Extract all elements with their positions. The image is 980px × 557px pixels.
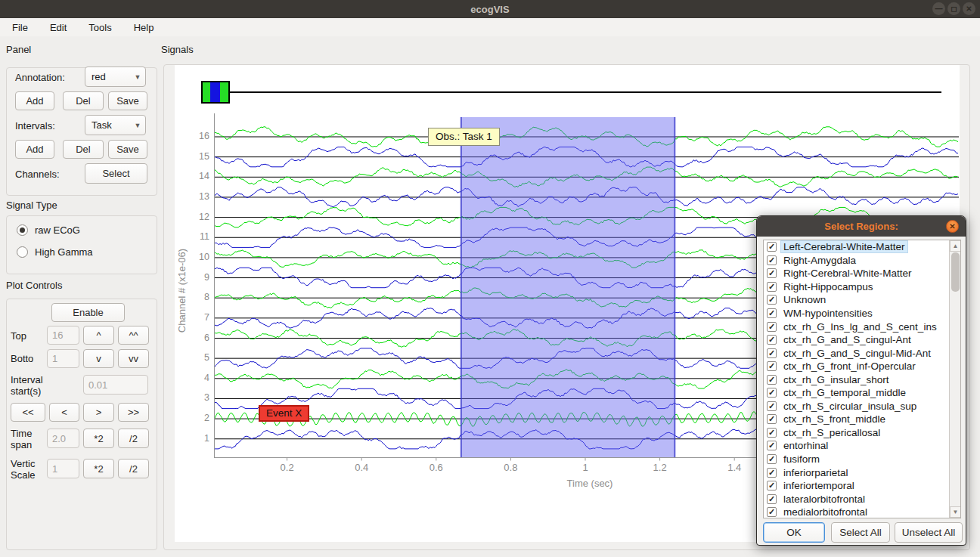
region-list-item[interactable]: ✓ctx_rh_G_temporal_middle xyxy=(764,386,960,400)
region-list-item[interactable]: ✓fusiform xyxy=(764,453,960,466)
channels-select-button[interactable]: Select xyxy=(85,163,147,184)
intervals-save-button[interactable]: Save xyxy=(108,140,147,159)
time-overview-window-handle[interactable] xyxy=(210,82,220,102)
minimize-button[interactable]: — xyxy=(932,2,945,15)
checkbox-checked-icon[interactable]: ✓ xyxy=(767,481,777,490)
vertical-scale-half-button[interactable]: /2 xyxy=(118,459,149,478)
region-list-item[interactable]: ✓ctx_rh_G_insular_short xyxy=(764,373,960,386)
intervals-combo[interactable]: Task ▼ xyxy=(85,115,146,135)
region-list-item[interactable]: ✓ctx_rh_G_Ins_lg_and_S_cent_ins xyxy=(764,320,960,333)
region-list-item[interactable]: ✓Right-Amygdala xyxy=(764,254,960,268)
channel-down-page-button[interactable]: vv xyxy=(118,349,149,368)
event-marker-label[interactable]: Event X xyxy=(259,405,309,422)
x-tick-label: 0.2 xyxy=(281,462,294,473)
region-list-item[interactable]: ✓WM-hypointensities xyxy=(764,307,960,320)
scroll-up-icon[interactable]: ▲ xyxy=(950,240,961,252)
intervals-label: Intervals: xyxy=(15,120,55,132)
annotation-add-button[interactable]: Add xyxy=(15,91,54,110)
checkbox-checked-icon[interactable]: ✓ xyxy=(767,494,777,504)
channel-tick-label: 1 xyxy=(191,433,209,444)
region-list-item[interactable]: ✓ctx_rh_S_pericallosal xyxy=(764,426,960,440)
channel-down-button[interactable]: v xyxy=(83,349,114,368)
vertical-scale-double-button[interactable]: *2 xyxy=(83,459,114,478)
dialog-close-icon[interactable]: ✕ xyxy=(946,220,959,233)
channel-tick-label: 12 xyxy=(191,212,209,222)
checkbox-checked-icon[interactable]: ✓ xyxy=(767,335,777,345)
checkbox-checked-icon[interactable]: ✓ xyxy=(767,414,777,424)
region-list-item[interactable]: ✓ctx_rh_S_circular_insula_sup xyxy=(764,400,960,413)
annotation-combo[interactable]: red ▼ xyxy=(85,67,146,87)
time-span-half-button[interactable]: /2 xyxy=(118,429,149,448)
region-list-item[interactable]: ✓Right-Hippocampus xyxy=(764,280,960,294)
checkbox-checked-icon[interactable]: ✓ xyxy=(767,322,777,332)
vertical-scale-input[interactable]: 1 xyxy=(47,459,79,478)
select-all-button[interactable]: Select All xyxy=(831,522,890,543)
region-list-item[interactable]: ✓Right-Cerebral-White-Matter xyxy=(764,267,960,280)
intervals-del-button[interactable]: Del xyxy=(63,140,104,159)
channel-up-button[interactable]: ^ xyxy=(83,326,114,345)
annotation-del-button[interactable]: Del xyxy=(63,91,104,110)
checkbox-checked-icon[interactable]: ✓ xyxy=(767,242,777,252)
region-list-item[interactable]: ✓lateralorbitofrontal xyxy=(764,492,960,506)
page-back-button[interactable]: << xyxy=(11,403,45,422)
checkbox-checked-icon[interactable]: ✓ xyxy=(767,507,777,517)
checkbox-checked-icon[interactable]: ✓ xyxy=(767,441,777,450)
region-item-label: ctx_rh_S_pericallosal xyxy=(781,427,882,438)
region-list-item[interactable]: ✓ctx_rh_S_front_middle xyxy=(764,413,960,426)
region-list-item[interactable]: ✓entorhinal xyxy=(764,439,960,453)
checkbox-checked-icon[interactable]: ✓ xyxy=(767,348,777,358)
region-item-label: Unknown xyxy=(781,294,828,305)
regions-scrollbar[interactable]: ▲ ▼ xyxy=(949,240,960,518)
annotation-save-button[interactable]: Save xyxy=(108,91,147,110)
checkbox-checked-icon[interactable]: ✓ xyxy=(767,428,777,438)
checkbox-checked-icon[interactable]: ✓ xyxy=(767,454,777,464)
window-controls: —◻✕ xyxy=(932,2,975,15)
checkbox-checked-icon[interactable]: ✓ xyxy=(767,255,777,265)
top-input[interactable]: 16 xyxy=(47,326,79,345)
region-list-item[interactable]: ✓Unknown xyxy=(764,293,960,307)
region-list-item[interactable]: ✓inferiorparietal xyxy=(764,466,960,479)
checkbox-checked-icon[interactable]: ✓ xyxy=(767,361,777,371)
channel-tick-label: 2 xyxy=(191,413,209,423)
time-span-double-button[interactable]: *2 xyxy=(83,429,114,448)
region-list-item[interactable]: ✓ctx_rh_G_front_inf-Opercular xyxy=(764,360,960,373)
time-span-input[interactable]: 2.0 xyxy=(47,429,79,448)
region-list-item[interactable]: ✓inferiortemporal xyxy=(764,479,960,493)
checkbox-checked-icon[interactable]: ✓ xyxy=(767,468,777,478)
enable-button[interactable]: Enable xyxy=(51,303,125,322)
region-list-item[interactable]: ✓ctx_rh_G_and_S_cingul-Ant xyxy=(764,333,960,347)
intervals-add-button[interactable]: Add xyxy=(15,140,54,159)
checkbox-checked-icon[interactable]: ✓ xyxy=(767,268,777,278)
interval-region-task1[interactable] xyxy=(461,117,675,458)
time-overview-widget[interactable] xyxy=(201,81,230,104)
region-list-item[interactable]: ✓Left-Cerebral-White-Matter xyxy=(764,240,960,254)
checkbox-checked-icon[interactable]: ✓ xyxy=(767,308,777,318)
unselect-all-button[interactable]: Unselect All xyxy=(895,522,963,543)
page-forward-button[interactable]: >> xyxy=(118,403,149,422)
radio-raw-ecog[interactable]: raw ECoG xyxy=(17,224,80,236)
scroll-down-icon[interactable]: ▼ xyxy=(950,506,961,518)
step-forward-button[interactable]: > xyxy=(83,403,114,422)
maximize-button[interactable]: ◻ xyxy=(947,2,960,15)
bottom-input[interactable]: 1 xyxy=(47,349,79,368)
menu-edit[interactable]: Edit xyxy=(45,20,71,35)
channel-up-page-button[interactable]: ^^ xyxy=(118,326,149,345)
menu-tools[interactable]: Tools xyxy=(84,20,116,35)
checkbox-checked-icon[interactable]: ✓ xyxy=(767,282,777,292)
interval-start-input[interactable]: 0.01 xyxy=(83,375,148,395)
radio-high-gamma[interactable]: High Gamma xyxy=(17,246,93,258)
checkbox-checked-icon[interactable]: ✓ xyxy=(767,401,777,411)
scrollbar-thumb[interactable] xyxy=(951,252,960,292)
menu-file[interactable]: File xyxy=(8,20,33,35)
close-button[interactable]: ✕ xyxy=(963,2,975,15)
dialog-title-bar[interactable]: Select Regions: ✕ xyxy=(757,216,966,237)
ok-button[interactable]: OK xyxy=(763,522,825,543)
region-list-item[interactable]: ✓medialorbitofrontal xyxy=(764,506,960,518)
checkbox-checked-icon[interactable]: ✓ xyxy=(767,375,777,385)
region-list-item[interactable]: ✓ctx_rh_G_and_S_cingul-Mid-Ant xyxy=(764,346,960,360)
checkbox-checked-icon[interactable]: ✓ xyxy=(767,295,777,305)
checkbox-checked-icon[interactable]: ✓ xyxy=(767,388,777,398)
menu-help[interactable]: Help xyxy=(129,20,159,35)
channel-tick-label: 11 xyxy=(191,231,209,242)
step-back-button[interactable]: < xyxy=(49,403,79,422)
